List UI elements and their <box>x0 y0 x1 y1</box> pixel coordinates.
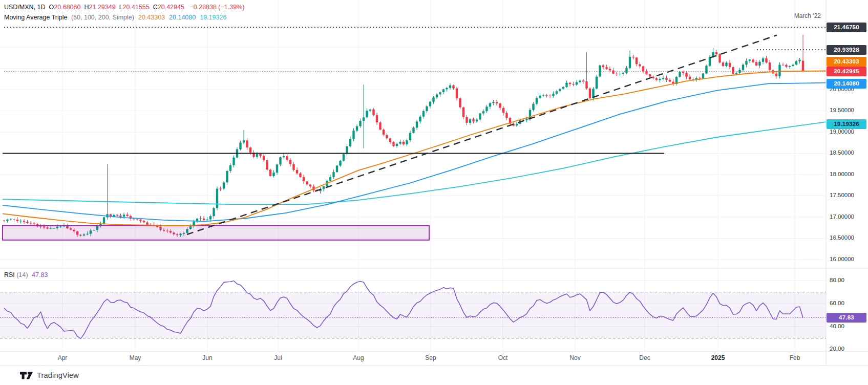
price-level-badge: 20.14080 <box>827 79 866 89</box>
footer-bar: TradingView <box>0 366 868 385</box>
time-axis-label-nov: Nov <box>560 354 590 361</box>
ma-indicator-title[interactable]: Moving Average Triple <box>4 14 67 21</box>
ohlc-letter: C <box>153 4 158 11</box>
support-zone-rect[interactable] <box>3 226 429 240</box>
ohlc-values: O20.68060H21.29349L20.41555C20.42945 <box>46 4 184 11</box>
tradingview-logo[interactable]: TradingView <box>19 371 79 380</box>
price-level-badge: 20.43303 <box>827 57 866 67</box>
time-axis-label-dec: Dec <box>629 354 660 361</box>
ohlc-value: 21.29349 <box>89 4 115 11</box>
time-axis-label-sep: Sep <box>415 354 446 361</box>
legend-ma-row: Moving Average Triple (50, 100, 200, Sim… <box>4 13 226 22</box>
ma-params: (50, 100, 200, Simple) <box>71 14 134 21</box>
price-tick-label: 18.00000 <box>830 171 854 177</box>
time-axis-label-jul: Jul <box>263 354 293 361</box>
ma-value: 19.19326 <box>200 14 226 21</box>
ohlc-value: 20.42945 <box>158 4 184 11</box>
symbol-title[interactable]: USD/MXN, 1D <box>4 4 46 11</box>
change-value: −0.28838 (−1.39%) <box>189 4 244 11</box>
ma-value: 20.14080 <box>169 14 196 21</box>
time-axis-label-jun: Jun <box>192 354 223 361</box>
price-tick-label: 18.50000 <box>830 149 854 156</box>
time-axis-label-oct: Oct <box>488 354 518 361</box>
ohlc-letter: O <box>49 4 54 11</box>
price-tick-label: 16.00000 <box>830 256 854 262</box>
rsi-tick-label: 80.00 <box>830 277 844 283</box>
rsi-title[interactable]: RSI <box>4 271 15 279</box>
price-level-badge: 20.93928 <box>827 45 866 55</box>
ohlc-value: 20.41555 <box>123 4 150 11</box>
chart-canvas[interactable] <box>0 0 868 385</box>
price-tick-label: 19.50000 <box>830 107 854 113</box>
candles[interactable] <box>3 35 804 237</box>
ma-value: 20.43303 <box>138 14 165 21</box>
rsi-legend-row: RSI (14) 47.83 <box>4 271 48 279</box>
price-level-badge: 20.42945 <box>827 67 866 76</box>
ohlc-value: 20.68060 <box>54 4 80 11</box>
time-axis-label-apr: Apr <box>47 354 78 361</box>
ma-values: 20.4330320.1408019.19326 <box>134 14 226 21</box>
ohlc-letter: L <box>119 4 123 11</box>
rsi-current-value: 47.83 <box>32 271 48 279</box>
price-tick-label: 17.50000 <box>830 192 854 198</box>
tradingview-logo-text: TradingView <box>37 371 79 379</box>
price-axis[interactable]: 20.0000019.5000019.0000018.5000018.00000… <box>826 0 868 366</box>
rsi-params: (14) <box>16 271 28 279</box>
tradingview-chart-window: USD/MXN, 1DO20.68060H21.29349L20.41555C2… <box>0 0 868 385</box>
price-level-badge: 19.19326 <box>827 119 866 129</box>
time-axis-label-feb: Feb <box>779 354 810 361</box>
price-level-badge: 21.46750 <box>827 23 866 32</box>
sma200-line[interactable] <box>3 122 826 204</box>
legend-symbol-row: USD/MXN, 1DO20.68060H21.29349L20.41555C2… <box>4 3 244 12</box>
price-tick-label: 16.50000 <box>830 234 854 241</box>
sma100-line[interactable] <box>3 83 826 222</box>
ascending-trendline[interactable] <box>187 35 777 234</box>
time-axis-label-may: May <box>120 354 151 361</box>
rsi-value-badge: 47.83 <box>827 313 866 323</box>
tradingview-logo-icon <box>19 371 33 380</box>
rsi-pane[interactable] <box>0 281 826 339</box>
rsi-tick-label: 40.00 <box>830 323 844 329</box>
time-axis-label-aug: Aug <box>343 354 374 361</box>
rsi-tick-label: 60.00 <box>830 300 844 306</box>
price-tick-label: 19.00000 <box>830 129 854 135</box>
time-axis[interactable]: AprMayJunJulAugSepOctNovDec2025Feb <box>0 351 826 366</box>
march22-annotation-label: March '22 <box>794 12 821 19</box>
time-axis-label-2025: 2025 <box>703 354 733 361</box>
price-tick-label: 17.00000 <box>830 213 854 220</box>
rsi-tick-label: 20.00 <box>830 346 844 352</box>
